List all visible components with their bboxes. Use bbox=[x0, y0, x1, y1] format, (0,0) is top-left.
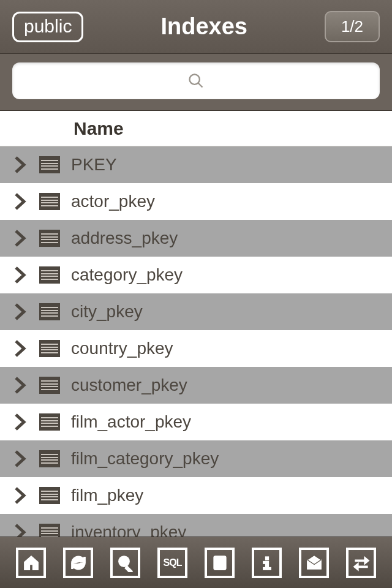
refresh-icon bbox=[69, 554, 88, 572]
row-name: film_actor_pkey bbox=[65, 412, 191, 432]
row-name: city_pkey bbox=[65, 302, 143, 322]
search-bar-container bbox=[0, 54, 392, 111]
row-name: address_pkey bbox=[65, 228, 178, 248]
search-icon bbox=[187, 72, 205, 89]
chevron-right-icon bbox=[6, 376, 34, 394]
chevron-right-icon bbox=[6, 413, 34, 431]
chevron-right-icon bbox=[6, 156, 34, 174]
table-row[interactable]: country_pkey bbox=[0, 330, 392, 367]
row-name: country_pkey bbox=[65, 339, 173, 358]
chevron-right-icon bbox=[6, 450, 34, 468]
column-header-name: Name bbox=[74, 118, 124, 139]
chevron-right-icon bbox=[6, 229, 34, 247]
svg-point-2 bbox=[118, 556, 129, 567]
row-name: category_pkey bbox=[65, 265, 183, 285]
chevron-right-icon bbox=[6, 266, 34, 284]
index-icon bbox=[34, 524, 65, 537]
chevron-right-icon bbox=[6, 523, 34, 537]
table-row[interactable]: film_category_pkey bbox=[0, 440, 392, 477]
svg-point-0 bbox=[190, 75, 200, 85]
index-icon bbox=[34, 303, 65, 320]
table-row[interactable]: film_actor_pkey bbox=[0, 404, 392, 440]
back-button[interactable]: public bbox=[12, 12, 83, 42]
svg-rect-4 bbox=[265, 557, 268, 560]
index-icon bbox=[34, 266, 65, 284]
inbox-button[interactable] bbox=[299, 548, 329, 578]
script-icon bbox=[211, 554, 229, 572]
table-row[interactable]: PKEY bbox=[0, 146, 392, 183]
refresh-button[interactable] bbox=[63, 548, 93, 578]
info-button[interactable] bbox=[252, 548, 282, 578]
row-name: customer_pkey bbox=[65, 375, 187, 395]
row-name: inventory_pkey bbox=[65, 522, 186, 537]
column-header-row: Name bbox=[0, 111, 392, 146]
search-button[interactable] bbox=[110, 548, 140, 578]
index-icon bbox=[34, 413, 65, 431]
table-row[interactable]: customer_pkey bbox=[0, 367, 392, 404]
swap-icon bbox=[352, 554, 371, 572]
page-title: Indexes bbox=[160, 13, 247, 40]
chevron-right-icon bbox=[6, 192, 34, 211]
index-icon bbox=[34, 156, 65, 173]
swap-button[interactable] bbox=[346, 548, 376, 578]
table-row[interactable]: city_pkey bbox=[0, 293, 392, 330]
index-icon bbox=[34, 340, 65, 357]
inbox-icon bbox=[305, 554, 323, 572]
row-name: PKEY bbox=[65, 155, 117, 175]
index-list: PKEY actor_pkey address_pkey category_pk… bbox=[0, 146, 392, 537]
table-row[interactable]: address_pkey bbox=[0, 220, 392, 257]
info-icon bbox=[258, 554, 276, 572]
svg-line-1 bbox=[198, 83, 203, 88]
sql-icon: SQL bbox=[164, 557, 182, 568]
script-button[interactable] bbox=[205, 548, 235, 578]
chevron-right-icon bbox=[6, 486, 34, 505]
index-icon bbox=[34, 377, 65, 394]
table-row[interactable]: inventory_pkey bbox=[0, 514, 392, 537]
search-input[interactable] bbox=[12, 62, 380, 99]
navbar: public Indexes 1/2 bbox=[0, 0, 392, 54]
index-icon bbox=[34, 450, 65, 467]
chevron-right-icon bbox=[6, 339, 34, 358]
table-row[interactable]: film_pkey bbox=[0, 477, 392, 514]
sql-button[interactable]: SQL bbox=[157, 548, 187, 578]
svg-rect-6 bbox=[263, 561, 266, 564]
row-name: actor_pkey bbox=[65, 192, 155, 211]
svg-rect-7 bbox=[263, 567, 271, 570]
table-row[interactable]: actor_pkey bbox=[0, 183, 392, 220]
row-name: film_category_pkey bbox=[65, 449, 219, 469]
search-icon bbox=[116, 554, 135, 572]
bottom-toolbar: SQL bbox=[0, 537, 392, 588]
chevron-right-icon bbox=[6, 303, 34, 321]
home-button[interactable] bbox=[16, 548, 46, 578]
home-icon bbox=[22, 554, 40, 572]
table-row[interactable]: category_pkey bbox=[0, 257, 392, 293]
index-icon bbox=[34, 230, 65, 247]
index-icon bbox=[34, 193, 65, 210]
page-indicator[interactable]: 1/2 bbox=[325, 11, 380, 42]
row-name: film_pkey bbox=[65, 486, 143, 505]
index-icon bbox=[34, 487, 65, 504]
svg-rect-3 bbox=[124, 566, 132, 572]
